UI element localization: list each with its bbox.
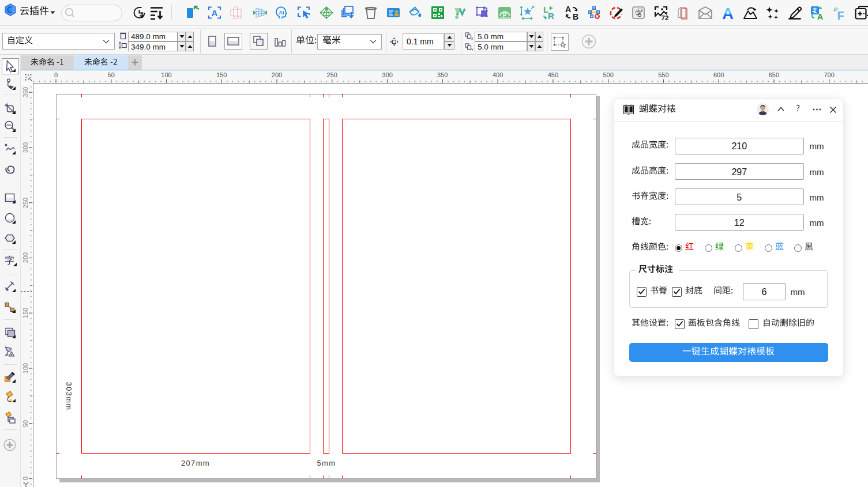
svg-text:P: P bbox=[503, 12, 507, 18]
svg-text:A: A bbox=[722, 5, 734, 21]
svg-text:B: B bbox=[573, 12, 578, 21]
svg-text:y: y bbox=[471, 47, 474, 51]
svg-text:72: 72 bbox=[661, 14, 668, 21]
svg-text:AI: AI bbox=[279, 10, 284, 16]
svg-text:F: F bbox=[837, 9, 844, 21]
svg-text:A: A bbox=[817, 12, 822, 21]
svg-text:R: R bbox=[548, 11, 554, 21]
svg-text:x: x bbox=[471, 36, 474, 40]
svg-text:A: A bbox=[212, 8, 218, 18]
svg-text:A: A bbox=[565, 5, 571, 14]
